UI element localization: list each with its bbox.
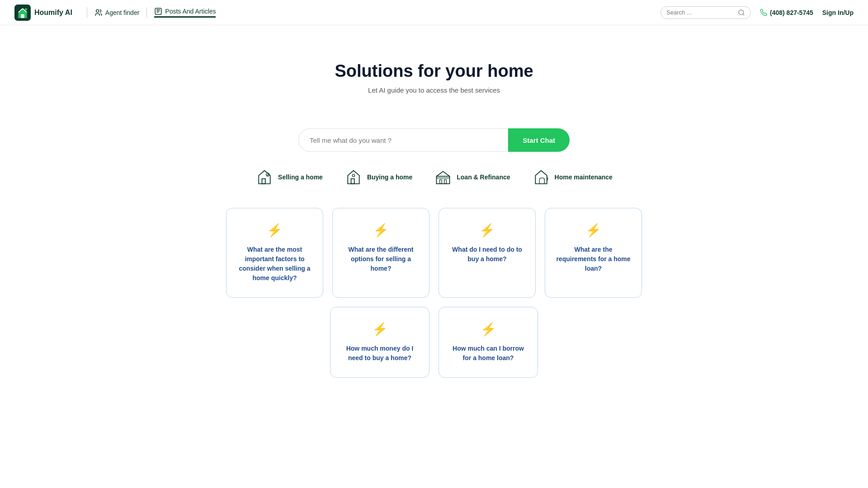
- category-selling-label: Selling a home: [278, 174, 323, 181]
- svg-point-2: [25, 8, 27, 10]
- category-loan-label: Loan & Refinance: [457, 174, 510, 181]
- card-6[interactable]: ⚡ How much can I borrow for a home loan?: [439, 307, 538, 378]
- category-selling[interactable]: Selling a home: [255, 168, 323, 186]
- card-4-icon: ⚡: [556, 223, 631, 238]
- posts-icon: [154, 7, 162, 15]
- svg-point-9: [352, 174, 354, 177]
- card-1-text: What are the most important factors to c…: [237, 245, 312, 283]
- logo-link[interactable]: Houmify AI: [14, 5, 80, 21]
- chat-input[interactable]: [298, 128, 508, 152]
- search-icon: [738, 9, 745, 16]
- category-buying[interactable]: Buying a home: [344, 168, 412, 186]
- category-maintenance-label: Home maintenance: [555, 174, 613, 181]
- posts-articles-label: Posts And Articles: [165, 8, 216, 15]
- svg-rect-13: [444, 179, 447, 183]
- nav-divider2: [146, 7, 147, 18]
- svg-rect-6: [262, 179, 265, 184]
- selling-icon: [255, 168, 274, 186]
- card-2-text: What are the different options for selli…: [344, 245, 418, 273]
- agent-finder-icon: [94, 9, 103, 17]
- agent-finder-label: Agent finder: [105, 9, 140, 16]
- svg-point-5: [739, 10, 744, 15]
- chat-bar: Start Chat: [298, 128, 570, 152]
- category-buying-label: Buying a home: [367, 174, 412, 181]
- posts-articles-link[interactable]: Posts And Articles: [154, 7, 216, 18]
- phone-icon: [760, 9, 767, 16]
- category-maintenance[interactable]: Home maintenance: [532, 168, 613, 186]
- svg-rect-12: [440, 179, 442, 183]
- card-5-icon: ⚡: [341, 322, 418, 337]
- logo-icon: [14, 5, 31, 21]
- search-box[interactable]: [660, 6, 751, 19]
- card-4[interactable]: ⚡ What are the requirements for a home l…: [545, 208, 642, 298]
- card-5[interactable]: ⚡ How much money do I need to buy a home…: [330, 307, 429, 378]
- card-4-text: What are the requirements for a home loa…: [556, 245, 631, 273]
- card-1-icon: ⚡: [237, 223, 312, 238]
- hero-title: Solutions for your home: [9, 61, 859, 81]
- phone-number-text: (408) 827-5745: [770, 9, 813, 16]
- card-2[interactable]: ⚡ What are the different options for sel…: [332, 208, 429, 298]
- card-1[interactable]: ⚡ What are the most important factors to…: [226, 208, 323, 298]
- cards-row-1: ⚡ What are the most important factors to…: [226, 208, 642, 298]
- nav-divider: [87, 7, 87, 18]
- card-5-text: How much money do I need to buy a home?: [341, 344, 418, 363]
- sign-in-link[interactable]: Sign In/Up: [822, 9, 854, 16]
- buying-icon: [344, 168, 363, 186]
- categories-bar: Selling a home Buying a home Loan & Refi…: [0, 168, 868, 186]
- svg-rect-1: [21, 14, 24, 18]
- card-3-icon: ⚡: [450, 223, 524, 238]
- maintenance-icon: [532, 168, 550, 186]
- cards-section: ⚡ What are the most important factors to…: [217, 208, 651, 405]
- logo-text: Houmify AI: [34, 9, 72, 17]
- hero-section: Solutions for your home Let AI guide you…: [0, 25, 868, 112]
- category-loan[interactable]: Loan & Refinance: [434, 168, 510, 186]
- nav-right: (408) 827-5745 Sign In/Up: [660, 6, 854, 19]
- svg-point-3: [96, 9, 99, 12]
- start-chat-button[interactable]: Start Chat: [508, 128, 570, 152]
- phone-number[interactable]: (408) 827-5745: [760, 9, 813, 16]
- card-3-text: What do I need to do to buy a home?: [450, 245, 524, 264]
- loan-icon: [434, 168, 452, 186]
- agent-finder-link[interactable]: Agent finder: [94, 9, 140, 17]
- svg-rect-10: [437, 176, 450, 183]
- search-input[interactable]: [666, 9, 734, 16]
- card-6-icon: ⚡: [450, 322, 527, 337]
- svg-rect-8: [351, 179, 354, 184]
- card-3[interactable]: ⚡ What do I need to do to buy a home?: [439, 208, 536, 298]
- cards-row-2: ⚡ How much money do I need to buy a home…: [226, 307, 642, 378]
- hero-subtitle: Let AI guide you to access the best serv…: [9, 86, 859, 94]
- navbar: Houmify AI Agent finder Posts And Articl…: [0, 0, 868, 25]
- card-6-text: How much can I borrow for a home loan?: [450, 344, 527, 363]
- card-2-icon: ⚡: [344, 223, 418, 238]
